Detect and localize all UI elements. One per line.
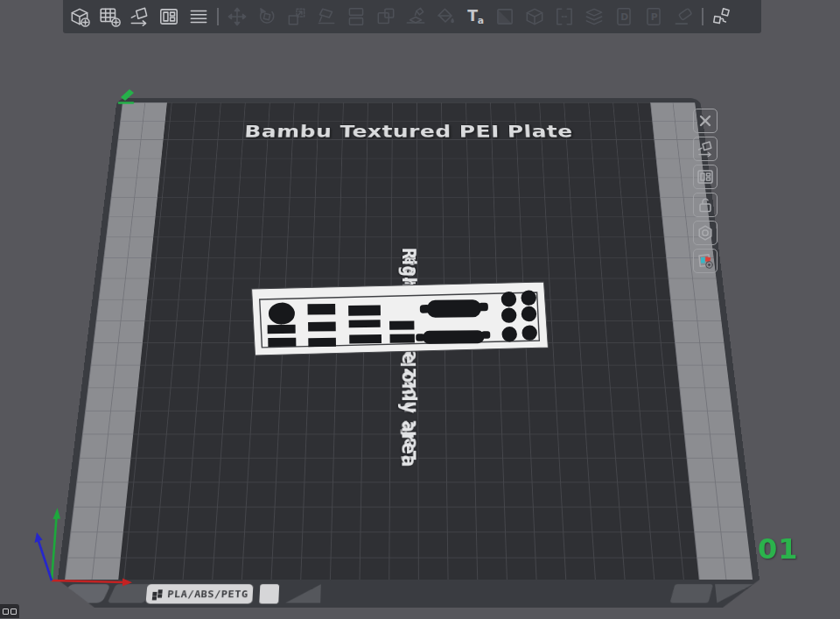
toolbar-separator — [217, 8, 219, 25]
svg-text:D: D — [620, 11, 628, 23]
svg-text:a: a — [478, 15, 484, 26]
move-icon[interactable] — [226, 5, 248, 28]
plate-number: 01 — [758, 532, 799, 566]
model-io-shield[interactable] — [248, 278, 550, 357]
assembly-view-icon[interactable] — [710, 5, 733, 28]
svg-text:P: P — [651, 11, 658, 23]
split-to-objects-icon[interactable] — [345, 5, 368, 28]
doc-p-icon[interactable]: P — [642, 5, 665, 28]
color-paint-icon[interactable] — [434, 5, 457, 28]
rim-notch — [670, 584, 713, 602]
arrange-plate-button[interactable] — [693, 165, 718, 189]
bambu-studio-canvas: { "window": { "background": "#57575c" },… — [0, 0, 840, 619]
edit-plate-pencil-icon[interactable] — [115, 84, 139, 107]
corner-badge — [0, 604, 19, 618]
bambu-logo-icon — [152, 589, 163, 598]
plate-toolbar — [693, 109, 718, 273]
text-tool-icon[interactable]: Ta — [464, 5, 486, 28]
auto-orient-plate-button[interactable] — [693, 137, 718, 161]
lock-plate-button[interactable] — [693, 193, 718, 217]
doc-d-icon[interactable]: D — [612, 5, 635, 28]
material-badge: PLA/ABS/PETG — [145, 584, 253, 603]
plate-settings-button[interactable] — [693, 221, 718, 245]
eraser-icon[interactable] — [672, 5, 695, 28]
split-list-icon[interactable] — [187, 5, 210, 28]
split-to-parts-icon[interactable] — [374, 5, 397, 28]
plate-title: Bambu Textured PEI Plate — [117, 122, 699, 141]
svg-text:T: T — [467, 7, 478, 25]
layers-icon[interactable] — [583, 5, 606, 28]
support-paint-icon[interactable] — [404, 5, 427, 28]
rotate-icon[interactable] — [256, 5, 278, 28]
delete-plate-button[interactable] — [693, 109, 718, 133]
cut-icon[interactable] — [553, 5, 576, 28]
add-plate-icon[interactable] — [98, 5, 121, 28]
material-badge-label: PLA/ABS/PETG — [167, 588, 248, 599]
mirror-icon[interactable] — [494, 5, 516, 28]
rim-notch — [259, 584, 279, 603]
plate-name-button[interactable] — [693, 249, 718, 273]
auto-orient-icon[interactable] — [128, 5, 150, 28]
arrange-icon[interactable] — [158, 5, 180, 28]
add-object-icon[interactable] — [68, 5, 91, 28]
plate-front-rim: PLA/ABS/PETG — [54, 580, 763, 608]
lay-flat-icon[interactable] — [315, 5, 338, 28]
rim-notch — [285, 584, 321, 602]
scale-icon[interactable] — [285, 5, 308, 28]
toolbar-separator — [702, 8, 704, 25]
main-toolbar: Ta D P — [63, 0, 761, 33]
cube-icon[interactable] — [523, 5, 546, 28]
left-nozzle-area — [65, 102, 167, 580]
